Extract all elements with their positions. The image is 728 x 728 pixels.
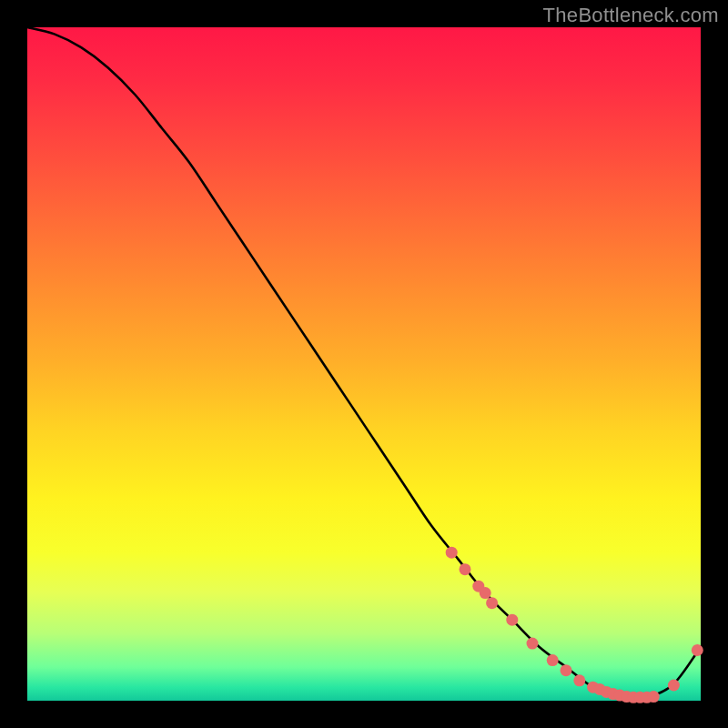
segment-point	[446, 547, 458, 559]
segment-point	[547, 654, 559, 666]
segment-point	[527, 638, 539, 650]
curve-svg	[27, 27, 701, 701]
watermark-text: TheBottleneck.com	[543, 4, 719, 27]
segment-point	[486, 597, 498, 609]
segment-point	[480, 587, 491, 599]
bottleneck-curve-path	[27, 27, 701, 699]
plot-area	[27, 27, 701, 701]
segment-point	[460, 563, 471, 575]
segment-point	[668, 679, 680, 691]
segment-point	[648, 691, 660, 703]
segment-point	[561, 664, 572, 676]
segment-point	[692, 644, 703, 656]
chart-stage: TheBottleneck.com	[0, 0, 728, 728]
segment-point	[573, 674, 585, 686]
segment-point	[506, 614, 518, 626]
segment-points-group	[446, 547, 703, 703]
